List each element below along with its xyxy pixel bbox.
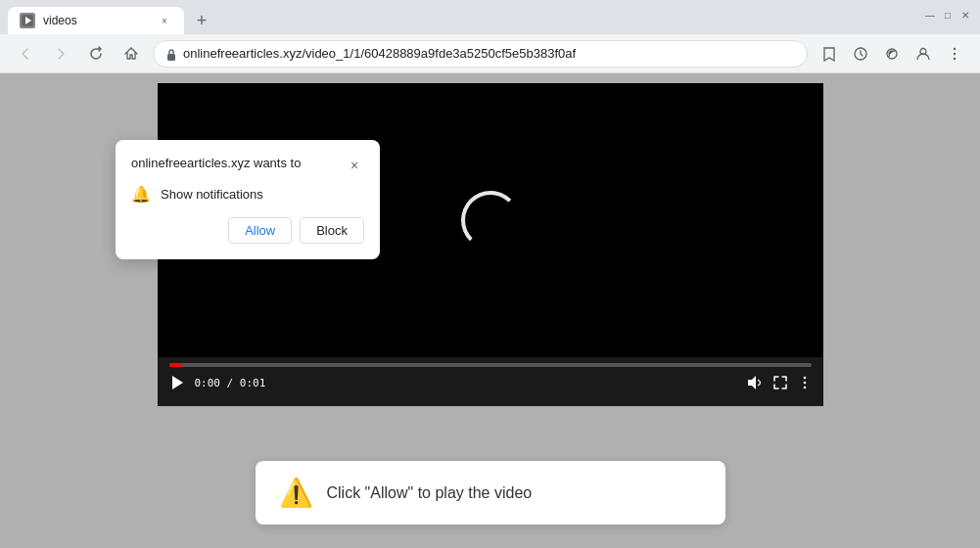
popup-permission: 🔔 Show notifications bbox=[131, 185, 364, 204]
svg-point-13 bbox=[803, 387, 806, 389]
svg-point-11 bbox=[803, 377, 806, 380]
svg-marker-10 bbox=[748, 376, 756, 389]
url-text: onlinefreearticles.xyz/video_1/1/6042888… bbox=[183, 46, 795, 61]
svg-point-6 bbox=[954, 47, 956, 49]
svg-rect-2 bbox=[167, 54, 175, 61]
toolbar: onlinefreearticles.xyz/video_1/1/6042888… bbox=[0, 34, 980, 73]
new-tab-button[interactable]: + bbox=[188, 7, 215, 34]
svg-point-8 bbox=[954, 57, 956, 59]
block-button[interactable]: Block bbox=[300, 217, 364, 244]
bookmark-button[interactable] bbox=[816, 40, 843, 68]
back-button[interactable] bbox=[12, 40, 39, 68]
page-content: onlinefreearticles.xyz wants to × 🔔 Show… bbox=[0, 73, 980, 548]
tab-title: videos bbox=[43, 14, 149, 27]
progress-bar[interactable] bbox=[169, 363, 812, 367]
svg-marker-9 bbox=[172, 376, 183, 389]
progress-fill bbox=[169, 363, 182, 367]
lock-icon bbox=[165, 46, 177, 60]
chrome-cast-button[interactable] bbox=[878, 40, 906, 68]
address-bar[interactable]: onlinefreearticles.xyz/video_1/1/6042888… bbox=[153, 40, 808, 68]
video-controls: 0:00 / 0:01 bbox=[158, 357, 823, 406]
notification-popup: onlinefreearticles.xyz wants to × 🔔 Show… bbox=[116, 140, 380, 259]
reload-button[interactable] bbox=[82, 40, 110, 68]
bottom-banner: ⚠️ Click "Allow" to play the video bbox=[256, 461, 725, 525]
active-tab[interactable]: videos × bbox=[8, 7, 184, 34]
controls-row: 0:00 / 0:01 bbox=[169, 375, 812, 390]
popup-header: onlinefreearticles.xyz wants to × bbox=[131, 156, 364, 175]
popup-close-button[interactable]: × bbox=[345, 156, 364, 175]
bell-icon: 🔔 bbox=[131, 185, 151, 204]
volume-button[interactable] bbox=[747, 375, 763, 390]
more-options-button[interactable] bbox=[798, 376, 812, 389]
time-display: 0:00 / 0:01 bbox=[195, 377, 266, 389]
allow-button[interactable]: Allow bbox=[228, 217, 292, 244]
maximize-button[interactable]: □ bbox=[941, 9, 955, 23]
window-controls: — □ ✕ bbox=[923, 9, 972, 23]
tab-close-button[interactable]: × bbox=[157, 13, 172, 28]
play-button[interactable] bbox=[169, 375, 185, 390]
browser-window: videos × + — □ ✕ onlinefreearticle bbox=[0, 0, 980, 548]
title-bar: videos × + — □ ✕ bbox=[0, 0, 980, 34]
warning-icon: ⚠️ bbox=[279, 477, 313, 509]
svg-point-7 bbox=[954, 52, 956, 54]
minimize-button[interactable]: — bbox=[923, 9, 937, 23]
popup-buttons: Allow Block bbox=[131, 217, 364, 244]
fullscreen-button[interactable] bbox=[772, 375, 788, 390]
tab-favicon bbox=[20, 13, 35, 28]
home-button[interactable] bbox=[117, 40, 145, 68]
menu-button[interactable] bbox=[941, 40, 968, 68]
svg-point-12 bbox=[803, 382, 806, 385]
permission-text: Show notifications bbox=[161, 187, 263, 202]
tab-bar: videos × + bbox=[8, 0, 215, 34]
profile-button[interactable] bbox=[910, 40, 937, 68]
banner-text: Click "Allow" to play the video bbox=[327, 484, 533, 502]
toolbar-actions bbox=[816, 40, 968, 68]
loading-spinner bbox=[461, 191, 520, 250]
popup-title: onlinefreearticles.xyz wants to bbox=[131, 156, 301, 170]
close-window-button[interactable]: ✕ bbox=[958, 9, 972, 23]
extensions-button[interactable] bbox=[847, 40, 874, 68]
forward-button[interactable] bbox=[47, 40, 74, 68]
